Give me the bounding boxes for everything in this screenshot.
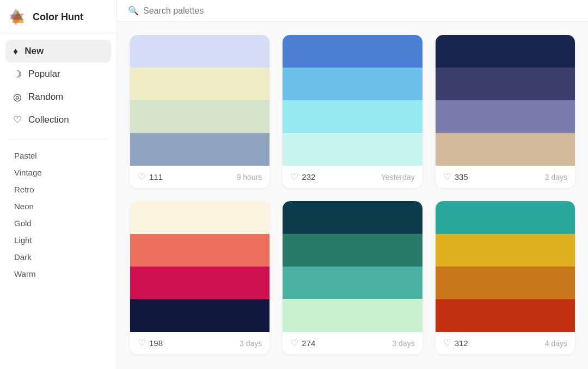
nav-label-popular: Popular xyxy=(28,69,60,80)
nav-item-collection[interactable]: ♡ Collection xyxy=(5,108,111,131)
color-swatch-1-2 xyxy=(130,68,270,100)
like-section-4[interactable]: ♡198 xyxy=(138,337,163,349)
color-swatch-6-3 xyxy=(436,267,575,299)
logo-area: Color Hunt xyxy=(0,0,117,33)
palette-card-1[interactable]: ♡1119 hours xyxy=(130,35,270,188)
nav-label-collection: Collection xyxy=(28,114,69,125)
like-section-3[interactable]: ♡335 xyxy=(443,171,468,183)
color-swatch-2-3 xyxy=(283,100,422,133)
palette-card-4[interactable]: ♡1983 days xyxy=(130,201,270,354)
palette-footer-3: ♡3352 days xyxy=(436,166,575,188)
color-swatch-6-2 xyxy=(436,234,575,267)
palette-colors-4 xyxy=(130,201,270,332)
nav-label-random: Random xyxy=(28,92,63,102)
sidebar: Color Hunt ♦ New ☽ Popular ◎ Random ♡ Co… xyxy=(0,0,117,369)
color-swatch-3-2 xyxy=(436,68,575,100)
like-section-6[interactable]: ♡312 xyxy=(443,337,468,349)
palette-card-5[interactable]: ♡2743 days xyxy=(283,201,422,354)
palette-grid: ♡1119 hours♡232Yesterday♡3352 days♡1983 … xyxy=(117,22,588,369)
tag-retro[interactable]: Retro xyxy=(5,181,111,198)
palette-card-3[interactable]: ♡3352 days xyxy=(436,35,575,188)
palette-colors-3 xyxy=(436,35,575,166)
color-swatch-1-1 xyxy=(130,35,270,68)
spiral-icon: ◎ xyxy=(13,92,22,102)
color-swatch-2-4 xyxy=(283,133,422,166)
color-swatch-5-2 xyxy=(283,234,422,267)
heart-icon: ♡ xyxy=(290,171,298,183)
tag-vintage[interactable]: Vintage xyxy=(5,164,111,181)
search-input[interactable] xyxy=(143,6,577,16)
tag-pastel[interactable]: Pastel xyxy=(5,147,111,164)
time-label-5: 3 days xyxy=(392,339,414,348)
nav-item-new[interactable]: ♦ New xyxy=(5,40,111,63)
like-section-1[interactable]: ♡111 xyxy=(138,171,163,183)
likes-count-2: 232 xyxy=(302,172,315,182)
tag-dark[interactable]: Dark xyxy=(5,249,111,265)
color-swatch-2-2 xyxy=(283,68,422,100)
like-section-5[interactable]: ♡274 xyxy=(290,337,315,349)
tag-neon[interactable]: Neon xyxy=(5,198,111,215)
time-label-2: Yesterday xyxy=(381,173,415,182)
palette-footer-2: ♡232Yesterday xyxy=(283,166,422,188)
time-label-4: 3 days xyxy=(240,339,262,348)
color-swatch-1-3 xyxy=(130,100,270,133)
color-swatch-5-3 xyxy=(283,267,422,299)
tag-gold[interactable]: Gold xyxy=(5,215,111,232)
color-swatch-3-1 xyxy=(436,35,575,68)
palette-card-6[interactable]: ♡3124 days xyxy=(436,201,575,354)
color-swatch-3-4 xyxy=(436,133,575,166)
color-swatch-4-1 xyxy=(130,201,270,234)
likes-count-1: 111 xyxy=(149,172,163,182)
heart-icon: ♡ xyxy=(443,337,451,349)
nav-label-new: New xyxy=(24,46,44,57)
heart-icon: ♡ xyxy=(443,171,451,183)
palette-footer-4: ♡1983 days xyxy=(130,332,270,354)
palette-footer-6: ♡3124 days xyxy=(436,332,575,354)
time-label-1: 9 hours xyxy=(237,173,262,182)
palette-colors-6 xyxy=(436,201,575,332)
tags-section: Pastel Vintage Retro Neon Gold Light Dar… xyxy=(0,143,117,287)
search-bar: 🔍 xyxy=(117,0,588,22)
palette-colors-1 xyxy=(130,35,270,166)
color-swatch-4-3 xyxy=(130,267,270,299)
color-swatch-3-3 xyxy=(436,100,575,133)
main-content: 🔍 ♡1119 hours♡232Yesterday♡3352 days♡198… xyxy=(117,0,588,369)
color-swatch-5-1 xyxy=(283,201,422,234)
palette-footer-1: ♡1119 hours xyxy=(130,166,270,188)
diamond-icon: ♦ xyxy=(13,46,18,56)
color-swatch-6-1 xyxy=(436,201,575,234)
time-label-6: 4 days xyxy=(545,339,567,348)
color-swatch-1-4 xyxy=(130,133,270,166)
color-swatch-5-4 xyxy=(283,299,422,332)
likes-count-3: 335 xyxy=(455,172,468,182)
search-icon: 🔍 xyxy=(128,5,139,16)
color-swatch-4-2 xyxy=(130,234,270,267)
likes-count-6: 312 xyxy=(455,338,468,348)
nav-item-random[interactable]: ◎ Random xyxy=(5,86,111,108)
color-swatch-2-1 xyxy=(283,35,422,68)
heart-icon: ♡ xyxy=(138,337,146,349)
like-section-2[interactable]: ♡232 xyxy=(290,171,315,183)
palette-card-2[interactable]: ♡232Yesterday xyxy=(283,35,422,188)
heart-outline-icon: ♡ xyxy=(13,115,22,125)
time-label-3: 2 days xyxy=(545,173,567,182)
nav-item-popular[interactable]: ☽ Popular xyxy=(5,63,111,86)
likes-count-5: 274 xyxy=(302,338,315,348)
tag-light[interactable]: Light xyxy=(5,232,111,249)
heart-icon: ♡ xyxy=(138,171,146,183)
palette-colors-5 xyxy=(283,201,422,332)
heart-icon: ♡ xyxy=(290,337,298,349)
palette-footer-5: ♡2743 days xyxy=(283,332,422,354)
palette-colors-2 xyxy=(283,35,422,166)
app-title: Color Hunt xyxy=(33,11,83,23)
main-nav: ♦ New ☽ Popular ◎ Random ♡ Collection xyxy=(0,33,117,136)
moon-icon: ☽ xyxy=(13,69,22,79)
likes-count-4: 198 xyxy=(149,338,163,348)
tag-warm[interactable]: Warm xyxy=(5,265,111,282)
color-swatch-4-4 xyxy=(130,299,270,332)
color-swatch-6-4 xyxy=(436,299,575,332)
logo-icon xyxy=(9,8,27,26)
nav-divider xyxy=(9,139,108,140)
